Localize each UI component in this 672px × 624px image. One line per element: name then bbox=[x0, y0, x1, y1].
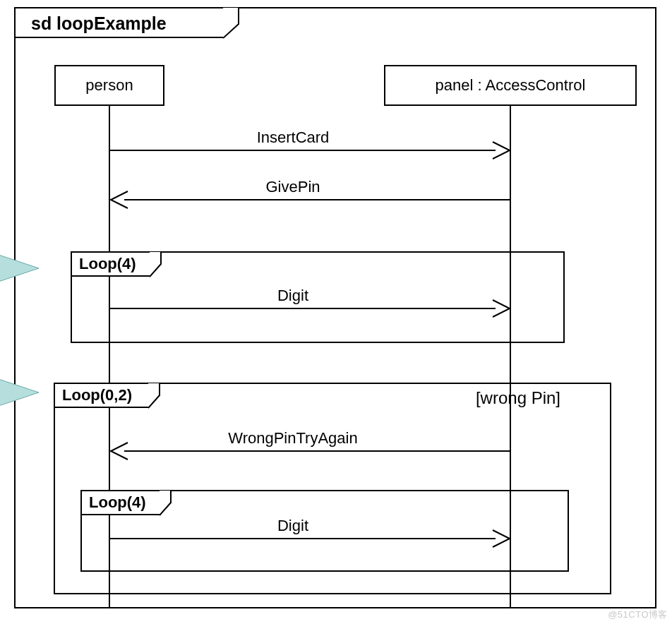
message-digit1-label: Digit bbox=[95, 287, 491, 305]
message-wrongpin-line bbox=[124, 450, 511, 452]
watermark: @51CTO博客 bbox=[608, 608, 668, 621]
lifeline-panel-header: panel : AccessControl bbox=[384, 65, 637, 106]
message-digit2-label: Digit bbox=[95, 517, 491, 535]
pointer-icon bbox=[0, 378, 46, 407]
diagram-title: sd loopExample bbox=[31, 13, 167, 33]
arrow-right-icon bbox=[490, 139, 512, 162]
message-insertcard-line bbox=[110, 150, 496, 151]
arrow-left-icon bbox=[108, 440, 131, 462]
loop3-tab: Loop(4) bbox=[80, 490, 160, 515]
svg-marker-0 bbox=[0, 254, 39, 282]
loop2-tab-corner bbox=[148, 383, 169, 409]
loop2-label: Loop(0,2) bbox=[62, 386, 132, 404]
sequence-diagram-frame: sd loopExample person panel : AccessCont… bbox=[14, 7, 656, 608]
svg-marker-1 bbox=[0, 378, 39, 407]
pointer-icon bbox=[0, 254, 46, 282]
arrow-left-icon bbox=[108, 188, 131, 211]
lifeline-panel-label: panel : AccessControl bbox=[436, 76, 586, 95]
loop3-label: Loop(4) bbox=[89, 493, 146, 511]
message-digit2-line bbox=[110, 538, 496, 539]
title-tab-corner bbox=[223, 7, 251, 38]
message-givepin-label: GivePin bbox=[95, 178, 491, 196]
message-insertcard-label: InsertCard bbox=[95, 128, 491, 147]
arrow-right-icon bbox=[490, 527, 512, 550]
lifeline-person-label: person bbox=[85, 76, 133, 95]
loop2-guard: [wrong Pin] bbox=[476, 388, 560, 408]
lifeline-person-header: person bbox=[54, 65, 164, 106]
loop1-tab: Loop(4) bbox=[71, 251, 150, 277]
loop1-tab-corner bbox=[150, 251, 171, 278]
diagram-title-tab: sd loopExample bbox=[14, 7, 223, 38]
loop3-tab-corner bbox=[160, 490, 181, 517]
message-givepin-line bbox=[124, 199, 511, 200]
message-wrongpin-label: WrongPinTryAgain bbox=[95, 429, 491, 448]
message-digit1-line bbox=[110, 308, 496, 309]
loop2-tab: Loop(0,2) bbox=[54, 383, 148, 408]
arrow-right-icon bbox=[490, 297, 512, 320]
loop1-label: Loop(4) bbox=[79, 255, 136, 272]
